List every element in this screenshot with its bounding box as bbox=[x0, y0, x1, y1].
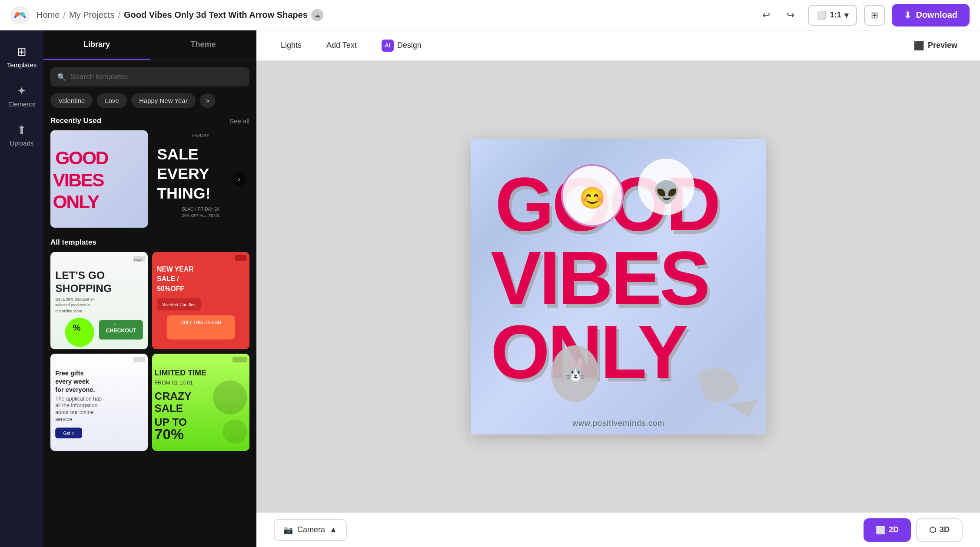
download-button[interactable]: ⬇ Download bbox=[892, 4, 970, 27]
tags-row: Valentine Love Happy New Year > bbox=[50, 93, 249, 108]
view-2d-button[interactable]: ⬜ 2D bbox=[864, 518, 911, 542]
svg-text:50%OFF: 50%OFF bbox=[157, 285, 184, 292]
svg-text:Logo: Logo bbox=[134, 258, 142, 262]
templates-icon: ⊞ bbox=[17, 45, 27, 59]
sidebar-item-elements[interactable]: ✦ Elements bbox=[3, 78, 41, 114]
tab-library[interactable]: Library bbox=[43, 30, 150, 60]
template-item-sale[interactable]: FRIDAY SALE EVERY THING! BLACK FRIDAY 24… bbox=[152, 130, 249, 228]
template-item-free-gifts[interactable]: Free gifts every week for everyone. The … bbox=[50, 354, 148, 451]
search-icon: 🔍 bbox=[57, 73, 66, 81]
recently-used-grid: GOOD VIBES ONLY FRIDAY SALE EVERY bbox=[50, 130, 249, 228]
svg-text:VIBES: VIBES bbox=[491, 235, 708, 320]
svg-text:VIBES: VIBES bbox=[53, 169, 104, 190]
svg-point-0 bbox=[10, 6, 30, 25]
all-templates-header: All templates bbox=[50, 238, 249, 247]
svg-text:70%: 70% bbox=[155, 426, 184, 442]
tab-theme[interactable]: Theme bbox=[150, 30, 256, 60]
sidebar-item-templates[interactable]: ⊞ Templates bbox=[3, 39, 41, 75]
sidebar-nav: ⊞ Templates ✦ Elements ⬆ Uploads bbox=[0, 30, 43, 547]
tag-valentine[interactable]: Valentine bbox=[50, 93, 93, 108]
tag-happy-new-year[interactable]: Happy New Year bbox=[131, 93, 196, 108]
template-item-crazy-sale[interactable]: LIMITED TIME FROM 01-10.01 CRAZY SALE UP… bbox=[152, 354, 249, 451]
svg-rect-48 bbox=[233, 357, 247, 362]
canvas-main[interactable]: GOOD VIBES ONLY GOOD VIBES ONLY 😊 👽 bbox=[256, 61, 980, 512]
svg-text:every week: every week bbox=[55, 378, 90, 385]
all-templates-grid: Logo LET'S GO SHOPPING Get a 30% discoun… bbox=[50, 252, 249, 451]
svg-text:%: % bbox=[73, 323, 81, 332]
download-icon: ⬇ bbox=[904, 10, 911, 20]
design-button[interactable]: AI Design bbox=[371, 34, 432, 57]
svg-text:🐰: 🐰 bbox=[562, 357, 589, 383]
sidebar-item-uploads[interactable]: ⬆ Uploads bbox=[3, 117, 41, 153]
camera-label: Camera bbox=[297, 525, 325, 534]
ratio-chevron-icon: ▾ bbox=[844, 10, 848, 20]
svg-text:www.positiveminds.com: www.positiveminds.com bbox=[571, 419, 664, 428]
svg-text:👽: 👽 bbox=[653, 179, 681, 206]
svg-text:THING!: THING! bbox=[157, 185, 210, 202]
canvas-toolbar: Lights Add Text AI Design ⬛ Preview bbox=[256, 30, 980, 61]
sidebar-item-label-templates: Templates bbox=[7, 61, 37, 69]
svg-text:SALE: SALE bbox=[155, 402, 183, 414]
canvas-frame[interactable]: GOOD VIBES ONLY GOOD VIBES ONLY 😊 👽 bbox=[471, 139, 766, 434]
svg-text:ONLY: ONLY bbox=[53, 191, 100, 212]
canvas-artwork: GOOD VIBES ONLY GOOD VIBES ONLY 😊 👽 bbox=[471, 139, 766, 434]
svg-point-2 bbox=[20, 12, 25, 17]
redo-button[interactable]: ↪ bbox=[780, 5, 801, 26]
design-label: Design bbox=[397, 41, 422, 50]
svg-point-56 bbox=[223, 419, 247, 444]
svg-text:GOOD: GOOD bbox=[55, 147, 108, 168]
view-3d-icon: ⬡ bbox=[929, 525, 936, 535]
nav-right: ↩ ↪ ⬜ 1:1 ▾ ⊞ ⬇ Download bbox=[756, 4, 970, 27]
tag-love[interactable]: Love bbox=[97, 93, 127, 108]
main-area: ⊞ Templates ✦ Elements ⬆ Uploads Library… bbox=[0, 30, 980, 547]
svg-text:SHOPPING: SHOPPING bbox=[55, 282, 112, 294]
svg-text:Free gifts: Free gifts bbox=[55, 370, 83, 377]
svg-rect-37 bbox=[133, 357, 145, 362]
ratio-button[interactable]: ⬜ 1:1 ▾ bbox=[808, 5, 857, 26]
see-all-link[interactable]: See all bbox=[229, 117, 249, 125]
search-input[interactable] bbox=[70, 73, 243, 81]
panel-tabs: Library Theme bbox=[43, 30, 256, 60]
breadcrumb-sep2: / bbox=[118, 10, 120, 20]
sidebar-item-label-uploads: Uploads bbox=[10, 139, 33, 147]
camera-chevron-icon: ▲ bbox=[329, 525, 337, 534]
templates-panel: Library Theme 🔍 Valentine Love Happy New… bbox=[43, 30, 256, 547]
tag-more-button[interactable]: > bbox=[200, 93, 216, 108]
svg-rect-34 bbox=[167, 315, 235, 340]
lights-button[interactable]: Lights bbox=[270, 36, 312, 55]
toolbar-divider-2 bbox=[369, 39, 369, 52]
template-item-new-year-sale[interactable]: NEW YEAR SALE / 50%OFF Scented Candles O… bbox=[152, 252, 249, 349]
svg-text:+: + bbox=[114, 322, 116, 327]
svg-text:Get it: Get it bbox=[63, 431, 73, 436]
svg-text:FROM 01-10.01: FROM 01-10.01 bbox=[155, 380, 193, 386]
undo-button[interactable]: ↩ bbox=[756, 5, 777, 26]
ratio-icon: ⬜ bbox=[817, 10, 826, 20]
svg-text:↩: ↩ bbox=[701, 380, 714, 398]
template-nav-arrow[interactable]: › bbox=[232, 172, 246, 186]
layout-button[interactable]: ⊞ bbox=[864, 5, 885, 26]
ratio-label: 1:1 bbox=[830, 10, 841, 20]
view-3d-button[interactable]: ⬡ 3D bbox=[916, 518, 963, 542]
svg-text:EVERY: EVERY bbox=[157, 165, 209, 182]
search-bar: 🔍 bbox=[50, 67, 249, 86]
svg-text:LET'S GO: LET'S GO bbox=[55, 269, 105, 281]
svg-text:BLACK FRIDAY 24: BLACK FRIDAY 24 bbox=[182, 207, 219, 212]
svg-text:NEW YEAR: NEW YEAR bbox=[157, 265, 193, 273]
add-text-button[interactable]: Add Text bbox=[316, 36, 367, 55]
template-item-shopping[interactable]: Logo LET'S GO SHOPPING Get a 30% discoun… bbox=[50, 252, 148, 349]
panel-content: 🔍 Valentine Love Happy New Year > Recent… bbox=[43, 60, 256, 547]
toolbar-divider-1 bbox=[314, 39, 314, 52]
breadcrumb-projects[interactable]: My Projects bbox=[69, 10, 114, 20]
preview-icon: ⬛ bbox=[914, 40, 924, 51]
breadcrumb-home[interactable]: Home bbox=[37, 10, 60, 20]
preview-button[interactable]: ⬛ Preview bbox=[905, 36, 966, 55]
svg-text:about our online: about our online bbox=[55, 409, 93, 415]
svg-text:Scented Candles: Scented Candles bbox=[162, 302, 196, 307]
top-nav: Home / My Projects / Good Vibes Only 3d … bbox=[0, 0, 980, 30]
sync-icon: ☁ bbox=[311, 9, 323, 21]
template-item-good-vibes[interactable]: GOOD VIBES ONLY bbox=[50, 130, 148, 228]
svg-text:CRAZY: CRAZY bbox=[155, 390, 192, 402]
svg-text:SALE: SALE bbox=[157, 146, 199, 163]
svg-point-1 bbox=[15, 12, 20, 17]
camera-button[interactable]: 📷 Camera ▲ bbox=[274, 519, 347, 541]
